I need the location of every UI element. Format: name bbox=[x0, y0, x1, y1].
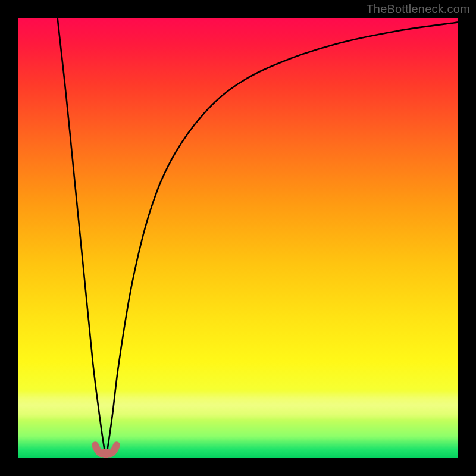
heat-gradient-background bbox=[18, 18, 458, 458]
chart-frame: TheBottleneck.com bbox=[0, 0, 476, 476]
watermark-text: TheBottleneck.com bbox=[366, 2, 470, 16]
